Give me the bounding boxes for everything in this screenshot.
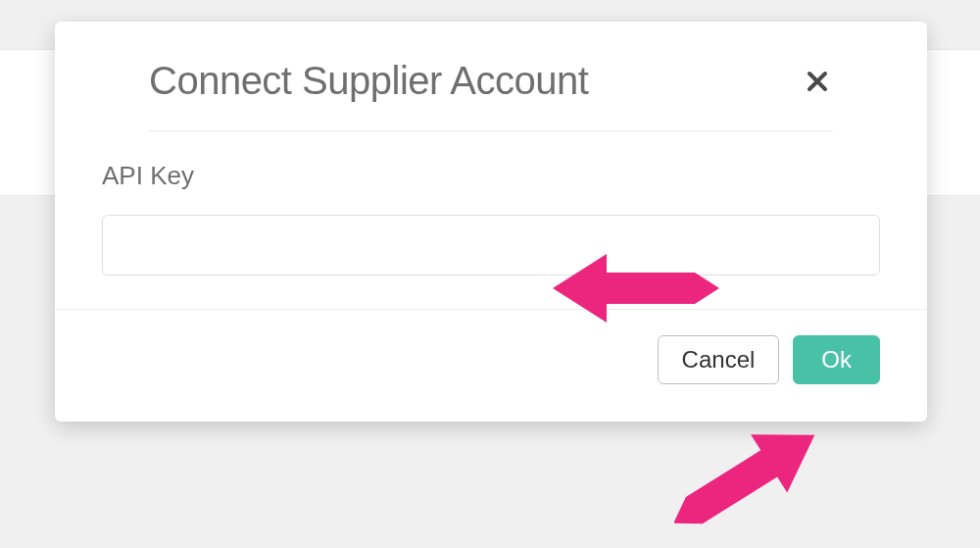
modal-body: API Key [55, 131, 927, 309]
arrow-upright-icon [674, 423, 841, 541]
connect-supplier-modal: Connect Supplier Account API Key Cancel … [55, 22, 927, 422]
ok-button[interactable]: Ok [793, 335, 880, 384]
api-key-input[interactable] [102, 215, 880, 275]
close-icon [806, 81, 829, 96]
modal-header: Connect Supplier Account [149, 22, 833, 131]
api-key-label: API Key [102, 161, 880, 191]
cancel-button[interactable]: Cancel [658, 335, 780, 384]
close-button[interactable] [802, 66, 833, 97]
modal-footer: Cancel Ok [55, 309, 927, 418]
modal-title: Connect Supplier Account [149, 59, 588, 103]
